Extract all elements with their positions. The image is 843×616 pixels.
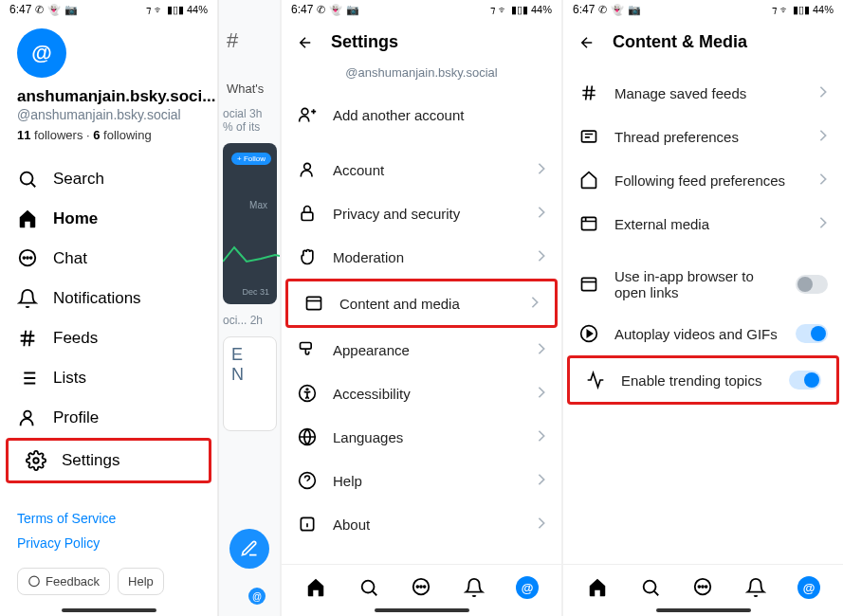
settings-label: Autoplay videos and GIFs bbox=[614, 326, 780, 342]
nav-search[interactable]: Search bbox=[0, 159, 217, 199]
svg-rect-12 bbox=[301, 343, 312, 350]
list-icon bbox=[17, 368, 38, 389]
svg-point-9 bbox=[304, 163, 311, 170]
nav-label: Profile bbox=[53, 408, 99, 427]
post-meta: ocial 3h% of its bbox=[219, 101, 280, 139]
settings-in-app-browser[interactable]: Use in-app browser to open links bbox=[563, 257, 843, 312]
nav-at-icon[interactable]: @ bbox=[797, 576, 820, 599]
signal-icon: ▮▯▮ bbox=[793, 4, 810, 16]
home-icon bbox=[17, 208, 38, 229]
settings-add-account[interactable]: Add another account bbox=[282, 93, 561, 136]
settings-content-media[interactable]: Content and media bbox=[288, 281, 555, 325]
background-feed: # What's ocial 3h% of its + Follow Max D… bbox=[218, 0, 280, 616]
nav-notifications[interactable]: Notifications bbox=[0, 279, 217, 318]
settings-help[interactable]: Help bbox=[282, 459, 561, 502]
nav-label: Chat bbox=[53, 249, 87, 268]
svg-point-7 bbox=[29, 576, 40, 587]
nav-search-icon[interactable] bbox=[639, 576, 662, 599]
max-label: Max bbox=[249, 200, 267, 210]
svg-point-18 bbox=[361, 581, 374, 593]
settings-autoplay[interactable]: Autoplay videos and GIFs bbox=[563, 312, 843, 355]
nav-home-icon[interactable] bbox=[304, 576, 327, 599]
time: 6:47 bbox=[9, 3, 31, 16]
settings-label: Content and media bbox=[339, 296, 515, 312]
settings-moderation[interactable]: Moderation bbox=[282, 235, 561, 279]
hash-icon: # bbox=[227, 28, 273, 53]
back-button[interactable] bbox=[297, 34, 314, 51]
toggle-autoplay[interactable] bbox=[796, 324, 828, 343]
nav-bell-icon[interactable] bbox=[463, 576, 486, 599]
chevron-right-icon bbox=[818, 129, 828, 145]
time: 6:47 bbox=[291, 3, 313, 16]
nav-home-icon[interactable] bbox=[586, 576, 609, 599]
wifi-icon: ᯤ bbox=[779, 4, 790, 15]
nav-profile[interactable]: Profile bbox=[0, 398, 217, 438]
chevron-right-icon bbox=[537, 386, 546, 402]
nav-chat-icon[interactable] bbox=[410, 576, 432, 599]
hash-icon bbox=[578, 82, 599, 103]
nav-feeds[interactable]: Feeds bbox=[0, 318, 217, 358]
svg-point-14 bbox=[306, 389, 308, 390]
hand-icon bbox=[297, 246, 318, 267]
stats[interactable]: 11 followers · 6 following bbox=[17, 128, 200, 142]
settings-label: Thread preferences bbox=[614, 129, 803, 145]
settings-account[interactable]: Account bbox=[282, 148, 561, 191]
nav-at-icon[interactable]: @ bbox=[516, 576, 539, 599]
svg-rect-11 bbox=[307, 297, 321, 309]
back-button[interactable] bbox=[578, 34, 596, 51]
settings-privacy[interactable]: Privacy and security bbox=[282, 191, 561, 235]
thread-icon bbox=[578, 126, 599, 147]
snap-icon: 👻 bbox=[611, 4, 624, 16]
avatar[interactable]: @ bbox=[17, 28, 66, 78]
follow-btn: + Follow bbox=[231, 153, 271, 165]
bottom-nav: @ bbox=[282, 564, 561, 605]
settings-following-prefs[interactable]: Following feed preferences bbox=[563, 158, 843, 202]
whatsapp-icon: ✆ bbox=[598, 4, 607, 16]
compose-fab[interactable] bbox=[229, 529, 269, 569]
tos-link[interactable]: Terms of Service bbox=[17, 511, 200, 526]
settings-external-media[interactable]: External media bbox=[563, 202, 843, 245]
help-icon bbox=[297, 470, 318, 491]
settings-languages[interactable]: Languages bbox=[282, 415, 561, 459]
settings-label: Use in-app browser to open links bbox=[614, 268, 780, 300]
handle: @anshumanjain.bsky.social bbox=[17, 107, 200, 122]
toggle-trending[interactable] bbox=[789, 371, 821, 390]
feedback-button[interactable]: Feedback bbox=[17, 568, 110, 595]
chevron-right-icon bbox=[537, 249, 546, 265]
drawer-panel: 6:47 ✆ 👻 📷 ⁊ ᯤ ▮▯▮ 44% @ anshumanjain.bs… bbox=[0, 0, 218, 616]
screen-settings: 6:47 ✆ 👻 📷 ⁊ ᯤ ▮▯▮ 44% Settings @anshuma… bbox=[282, 0, 561, 616]
settings-label: Accessibility bbox=[333, 386, 522, 402]
nav-label: Search bbox=[53, 170, 104, 189]
accessibility-icon bbox=[297, 383, 318, 404]
nav-bell-icon[interactable] bbox=[744, 576, 767, 599]
nav-lists[interactable]: Lists bbox=[0, 358, 217, 398]
chevron-right-icon bbox=[537, 429, 546, 445]
display-name[interactable]: anshumanjain.bsky.soci... bbox=[17, 87, 200, 106]
nav-chat[interactable]: Chat bbox=[0, 239, 217, 279]
screen-content-media: 6:47 ✆ 👻 📷 ⁊ ᯤ ▮▯▮ 44% Content & Media M… bbox=[563, 0, 843, 616]
battery: 44% bbox=[813, 4, 834, 15]
settings-trending[interactable]: Enable trending topics bbox=[570, 358, 836, 402]
settings-appearance[interactable]: Appearance bbox=[282, 328, 561, 371]
whatsapp-icon: ✆ bbox=[35, 4, 44, 16]
sign-out-button[interactable]: Sign out bbox=[282, 557, 561, 564]
nav-settings[interactable]: Settings bbox=[9, 441, 209, 480]
nav-home[interactable]: Home bbox=[0, 199, 217, 239]
snap-icon: 👻 bbox=[329, 4, 342, 16]
settings-label: Appearance bbox=[333, 342, 522, 358]
activity-icon bbox=[585, 370, 606, 390]
nav-label: Lists bbox=[53, 369, 86, 388]
nav-search-icon[interactable] bbox=[357, 576, 380, 599]
page-title: Settings bbox=[331, 32, 398, 52]
settings-accessibility[interactable]: Accessibility bbox=[282, 371, 561, 415]
bluetooth-icon: ⁊ bbox=[146, 4, 151, 16]
whats-label: What's bbox=[227, 82, 273, 96]
settings-thread-prefs[interactable]: Thread preferences bbox=[563, 115, 843, 158]
gear-icon bbox=[26, 450, 46, 471]
privacy-link[interactable]: Privacy Policy bbox=[17, 535, 200, 551]
help-button[interactable]: Help bbox=[118, 568, 164, 595]
toggle-in-app-browser[interactable] bbox=[796, 275, 828, 294]
settings-about[interactable]: About bbox=[282, 502, 561, 546]
nav-chat-icon[interactable] bbox=[691, 576, 714, 599]
settings-saved-feeds[interactable]: Manage saved feeds bbox=[563, 71, 843, 115]
